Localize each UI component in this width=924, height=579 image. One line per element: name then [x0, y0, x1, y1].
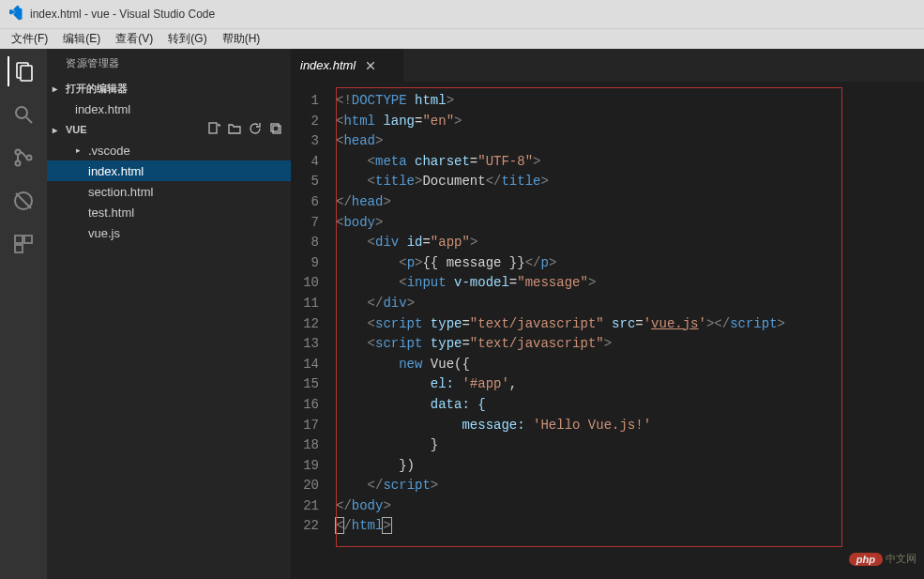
watermark-text: 中文网: [886, 552, 916, 566]
menu-view[interactable]: 查看(V): [108, 29, 160, 49]
file-label: section.html: [88, 185, 153, 199]
workspace-actions: [206, 121, 283, 138]
open-editors-section[interactable]: ▸ 打开的编辑器: [47, 78, 291, 99]
menu-edit[interactable]: 编辑(E): [55, 29, 108, 49]
svg-rect-9: [15, 236, 23, 243]
file-label: vue.js: [88, 226, 120, 240]
editor-group: index.html 12345678910111213141516171819…: [291, 49, 924, 579]
file-item-index[interactable]: index.html: [47, 160, 291, 181]
open-editors-tree: index.html: [47, 99, 291, 119]
svg-rect-12: [209, 123, 217, 133]
code-editor[interactable]: 12345678910111213141516171819202122 <!DO…: [291, 82, 924, 579]
svg-rect-10: [24, 236, 32, 243]
debug-icon[interactable]: [8, 186, 38, 216]
menu-go[interactable]: 转到(G): [160, 29, 214, 49]
workspace-label: VUE: [66, 124, 87, 135]
file-label: test.html: [88, 206, 134, 220]
activity-bar: [0, 49, 47, 579]
workspace-tree: ▸ .vscode index.html section.html test.h…: [47, 140, 291, 243]
file-label: index.html: [75, 102, 130, 116]
code-content[interactable]: <!DOCTYPE html> <html lang="en"> <head> …: [336, 82, 924, 579]
tab-label: index.html: [300, 58, 356, 72]
sidebar-title: 资源管理器: [47, 49, 291, 78]
watermark: php 中文网: [849, 552, 916, 566]
svg-point-6: [27, 156, 32, 160]
folder-label: .vscode: [88, 144, 130, 158]
svg-rect-13: [271, 124, 279, 131]
chevron-down-icon: ▸: [53, 84, 62, 94]
chevron-down-icon: ▸: [53, 125, 62, 135]
menubar: 文件(F) 编辑(E) 查看(V) 转到(G) 帮助(H): [0, 28, 924, 49]
new-file-icon[interactable]: [206, 121, 221, 138]
sidebar: 资源管理器 ▸ 打开的编辑器 index.html ▸ VUE ▸ .vscod…: [47, 49, 291, 579]
svg-line-3: [26, 117, 32, 123]
workspace-section[interactable]: ▸ VUE: [47, 119, 291, 140]
watermark-badge: php: [849, 553, 883, 566]
tab-index-html[interactable]: index.html: [291, 49, 403, 82]
extensions-icon[interactable]: [8, 229, 38, 259]
menu-file[interactable]: 文件(F): [4, 29, 55, 49]
svg-line-8: [16, 193, 31, 208]
vscode-logo-icon: [8, 6, 24, 23]
workbench: 资源管理器 ▸ 打开的编辑器 index.html ▸ VUE ▸ .vscod…: [0, 49, 924, 579]
new-folder-icon[interactable]: [227, 121, 242, 138]
collapse-all-icon[interactable]: [268, 121, 283, 138]
svg-point-5: [16, 161, 21, 166]
tabs-bar: index.html: [291, 49, 924, 82]
svg-rect-1: [21, 66, 32, 81]
window-title: index.html - vue - Visual Studio Code: [30, 8, 215, 21]
svg-rect-11: [15, 245, 23, 252]
file-item-test[interactable]: test.html: [47, 202, 291, 222]
line-numbers: 12345678910111213141516171819202122: [291, 82, 336, 579]
close-icon[interactable]: [363, 58, 378, 73]
titlebar: index.html - vue - Visual Studio Code: [0, 0, 924, 28]
open-editor-item[interactable]: index.html: [47, 99, 291, 119]
svg-point-2: [16, 107, 27, 118]
open-editors-label: 打开的编辑器: [66, 82, 128, 96]
file-item-section[interactable]: section.html: [47, 181, 291, 202]
chevron-right-icon: ▸: [73, 145, 83, 155]
svg-point-4: [16, 150, 21, 155]
source-control-icon[interactable]: [8, 143, 38, 173]
folder-item-vscode[interactable]: ▸ .vscode: [47, 140, 291, 160]
explorer-icon[interactable]: [8, 56, 38, 86]
file-label: index.html: [88, 164, 144, 178]
search-icon[interactable]: [8, 99, 38, 130]
svg-rect-14: [273, 126, 280, 133]
refresh-icon[interactable]: [248, 121, 263, 138]
menu-help[interactable]: 帮助(H): [215, 29, 268, 49]
file-item-vuejs[interactable]: vue.js: [47, 222, 291, 243]
